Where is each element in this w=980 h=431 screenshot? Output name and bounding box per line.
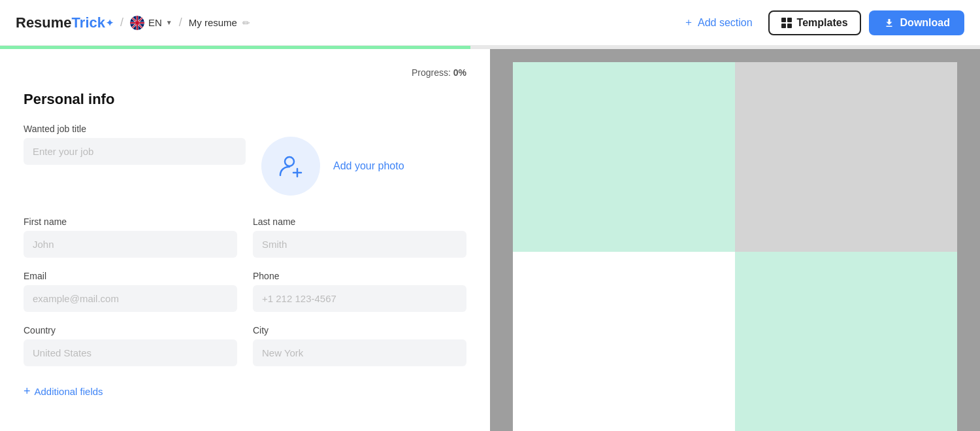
header-actions: ＋ Add section Templates Download xyxy=(676,10,964,35)
wanted-job-title-input[interactable] xyxy=(24,138,246,165)
additional-fields-button[interactable]: + Additional fields xyxy=(24,385,103,398)
language-label: EN xyxy=(148,17,162,28)
phone-label: Phone xyxy=(253,271,466,281)
svg-point-9 xyxy=(285,157,294,166)
progress-text: Progress: 0% xyxy=(24,67,466,78)
progress-value: 0% xyxy=(453,67,466,78)
name-row: First name Last name xyxy=(24,216,466,271)
email-input[interactable] xyxy=(24,285,237,312)
download-button[interactable]: Download xyxy=(869,10,964,35)
templates-label: Templates xyxy=(797,17,848,29)
email-phone-row: Email Phone xyxy=(24,271,466,325)
breadcrumb-sep-2: / xyxy=(179,16,182,29)
plus-icon: ＋ xyxy=(683,16,694,29)
city-field: City xyxy=(253,325,466,366)
first-name-label: First name xyxy=(24,216,237,227)
country-label: Country xyxy=(24,325,237,336)
preview-bottom-left xyxy=(513,252,735,431)
first-name-field: First name xyxy=(24,216,237,258)
logo-star-icon: ✦ xyxy=(106,18,114,28)
section-title: Personal info xyxy=(24,91,466,108)
last-name-input[interactable] xyxy=(253,231,466,258)
download-icon xyxy=(883,17,895,29)
logo-trick-text: Trick xyxy=(72,14,105,31)
city-input[interactable] xyxy=(253,339,466,366)
wanted-job-title-label: Wanted job title xyxy=(24,124,246,134)
add-section-button[interactable]: ＋ Add section xyxy=(676,10,760,35)
photo-upload-area[interactable]: Add your photo xyxy=(261,137,404,196)
header: ResumeTrick✦ / EN ▼ / My resume ✏ ＋ xyxy=(0,0,980,46)
download-label: Download xyxy=(900,17,950,29)
last-name-field: Last name xyxy=(253,216,466,258)
left-panel: Progress: 0% Personal info Wanted job ti… xyxy=(0,49,490,431)
email-label: Email xyxy=(24,271,237,281)
country-input[interactable] xyxy=(24,339,237,366)
templates-button[interactable]: Templates xyxy=(768,10,861,35)
grid-icon xyxy=(781,18,792,28)
chevron-down-icon: ▼ xyxy=(166,19,172,26)
breadcrumb-sep-1: / xyxy=(120,16,123,29)
preview-bottom-right xyxy=(735,252,957,431)
country-field: Country xyxy=(24,325,237,366)
country-city-row: Country City xyxy=(24,325,466,379)
add-section-label: Add section xyxy=(698,17,753,29)
add-photo-label[interactable]: Add your photo xyxy=(333,160,404,172)
logo-resume-text: Resume xyxy=(16,14,72,31)
city-label: City xyxy=(253,325,466,336)
photo-circle[interactable] xyxy=(261,137,320,196)
phone-input[interactable] xyxy=(253,285,466,312)
main-layout: Progress: 0% Personal info Wanted job ti… xyxy=(0,49,980,431)
phone-field: Phone xyxy=(253,271,466,312)
preview-top-right xyxy=(735,62,957,252)
plus-icon-additional: + xyxy=(24,385,31,398)
resume-preview xyxy=(513,62,957,431)
progress-label: Progress: xyxy=(412,67,451,78)
flag-icon xyxy=(130,16,144,30)
language-selector[interactable]: EN ▼ xyxy=(130,16,172,30)
person-plus-icon xyxy=(278,153,304,179)
my-resume-breadcrumb: My resume ✏ xyxy=(189,17,250,28)
edit-icon[interactable]: ✏ xyxy=(242,18,250,28)
logo[interactable]: ResumeTrick✦ xyxy=(16,14,114,31)
wanted-job-title-field: Wanted job title xyxy=(24,124,246,165)
email-field: Email xyxy=(24,271,237,312)
additional-fields-label: Additional fields xyxy=(35,386,103,397)
my-resume-label: My resume xyxy=(189,17,237,28)
preview-top-left xyxy=(513,62,735,252)
last-name-label: Last name xyxy=(253,216,466,227)
right-panel xyxy=(490,49,980,431)
first-name-input[interactable] xyxy=(24,231,237,258)
